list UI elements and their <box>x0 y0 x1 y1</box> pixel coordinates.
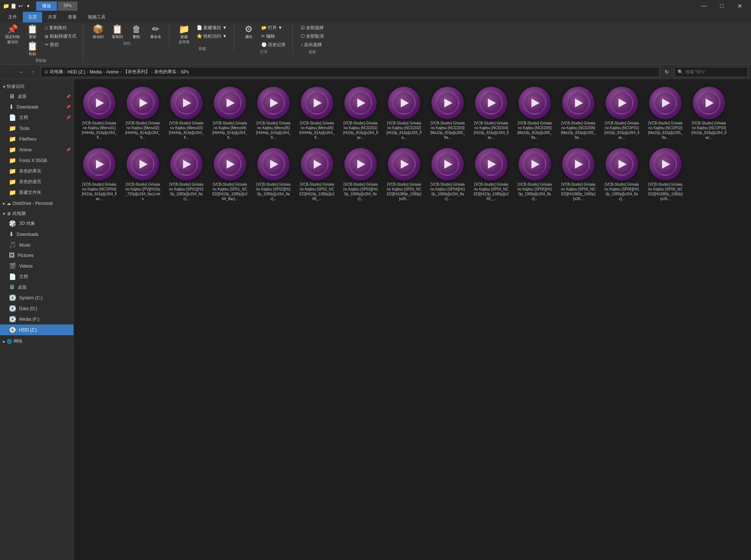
file-item[interactable]: [VCB-Studio] Grisaia no Kajitsu [SP04_NC… <box>471 145 511 204</box>
ribbon-tab-home[interactable]: 主页 <box>23 12 42 23</box>
file-item[interactable]: [VCB-Studio] Grisaia no Kajitsu [SP06_NC… <box>645 145 686 204</box>
quick-access-icon[interactable]: 📋 <box>10 3 16 9</box>
paste-button[interactable]: 📋 粘贴 <box>24 41 41 57</box>
video-thumbnail <box>214 148 246 181</box>
sidebar-item-pc-docs[interactable]: 📄 文档 <box>0 271 73 282</box>
file-item[interactable]: [VCB-Studio] Grisaia no Kajitsu [SP03_NC… <box>384 145 424 204</box>
undo-icon[interactable]: ↩ <box>18 3 24 9</box>
open-button[interactable]: 📂 打开 ▼ <box>259 24 288 32</box>
file-item[interactable]: [VCB-Studio] Grisaia no Kajitsu [Menu01]… <box>79 84 120 142</box>
sidebar-item-filerecv[interactable]: 📁 FileRecv <box>0 134 73 144</box>
file-item[interactable]: [VCB-Studio] Grisaia no Kajitsu [NCED03]… <box>427 84 468 142</box>
file-item[interactable]: [VCB-Studio] Grisaia no Kajitsu [SP05][H… <box>514 145 555 204</box>
file-item[interactable]: [VCB-Studio] Grisaia no Kajitsu [SP05_NC… <box>558 145 599 204</box>
easy-access-button[interactable]: ⭐ 轻松访问 ▼ <box>194 32 229 40</box>
history-button[interactable]: 🕐 历史记录 <box>259 41 288 49</box>
sidebar-item-docs[interactable]: 📄 文档 📌 <box>0 112 73 123</box>
sidebar-item-hdd-z[interactable]: 💽 HDD (Z:) <box>0 324 73 335</box>
forward-button[interactable]: → <box>15 67 26 77</box>
sidebar-item-grisaia-maze[interactable]: 📁 灰色的迷宫 <box>0 176 73 187</box>
tab-play[interactable]: 播放 <box>36 1 57 11</box>
sidebar-item-fonts[interactable]: 📁 Fonts X 55GB <box>0 155 73 166</box>
file-item[interactable]: [VCB-Studio] Grisaia no Kajitsu [Menu03]… <box>166 84 207 142</box>
breadcrumb-anime[interactable]: Anime <box>106 69 119 75</box>
copy-path-button[interactable]: □复制路径 <box>43 24 79 32</box>
file-item[interactable]: [VCB-Studio] Grisaia no Kajitsu [NCOP03]… <box>689 84 729 142</box>
file-item[interactable]: [VCB-Studio] Grisaia no Kajitsu [Menu02]… <box>123 84 163 142</box>
file-item[interactable]: [VCB-Studio] Grisaia no Kajitsu [NCED05]… <box>514 84 555 142</box>
ribbon-tab-share[interactable]: 共享 <box>43 12 62 23</box>
sidebar-onedrive-header[interactable]: ▸ ☁ OneDrive - Personal <box>0 199 73 207</box>
properties-button[interactable]: ⚙ 属性 <box>240 24 258 49</box>
file-item[interactable]: [VCB-Studio] Grisaia no Kajitsu [NCOP02]… <box>645 84 686 142</box>
file-item[interactable]: [VCB-Studio] Grisaia no Kajitsu [NCED02]… <box>384 84 424 142</box>
sidebar-item-pc-downloads[interactable]: ⬇ Downloads <box>0 229 73 240</box>
select-none-button[interactable]: ☐ 全部取消 <box>299 32 326 40</box>
cut-button[interactable]: ✂ 剪切 <box>43 41 79 49</box>
copy-to-button[interactable]: 📋 复制到 <box>108 24 126 40</box>
ribbon-tab-view[interactable]: 查看 <box>63 12 82 23</box>
file-item[interactable]: [VCB-Studio] Grisaia no Kajitsu [SP03][H… <box>340 145 381 204</box>
file-item[interactable]: [VCB-Studio] Grisaia no Kajitsu [NCOP04]… <box>79 145 120 204</box>
file-item[interactable]: [VCB-Studio] Grisaia no Kajitsu [SP01][H… <box>166 145 207 204</box>
minimize-button[interactable]: — <box>696 1 713 11</box>
sidebar-item-3d[interactable]: 🎲 3D 对象 <box>0 218 73 229</box>
sidebar-item-anime[interactable]: 📁 Anime 📌 <box>0 144 73 155</box>
ribbon-tab-file[interactable]: 文件 <box>3 12 22 23</box>
sidebar-item-system-c[interactable]: 💽 System (C:) <box>0 292 73 303</box>
sidebar-thispc-header[interactable]: ▾ 🖥 此电脑 <box>0 209 73 218</box>
sidebar-item-data-d[interactable]: 💽 Data (D:) <box>0 303 73 314</box>
close-button[interactable]: ✕ <box>731 1 748 11</box>
new-folder-button[interactable]: 📁 新建文件夹 <box>175 24 193 45</box>
file-item[interactable]: [VCB-Studio] Grisaia no Kajitsu [NCED06]… <box>558 84 599 142</box>
copy-button[interactable]: 📋 复制 <box>24 24 41 40</box>
sidebar-item-desktop[interactable]: 🖥 桌面 📌 <box>0 91 73 102</box>
breadcrumb-series[interactable]: 【灰色系列】 <box>123 69 150 75</box>
paste-shortcut-button[interactable]: ⧉粘贴快捷方式 <box>43 32 79 40</box>
up-button[interactable]: ↑ <box>28 67 38 77</box>
file-item[interactable]: [VCB-Studio] Grisaia no Kajitsu [SP01_NC… <box>210 145 250 204</box>
file-item[interactable]: [VCB-Studio] Grisaia no Kajitsu [Menu06]… <box>297 84 337 142</box>
search-input[interactable] <box>685 69 737 75</box>
file-item[interactable]: [VCB-Studio] Grisaia no Kajitsu [PV][Hi1… <box>123 145 163 204</box>
breadcrumb-thispc[interactable]: 此电脑 <box>50 69 63 75</box>
file-item[interactable]: [VCB-Studio] Grisaia no Kajitsu [SP04][H… <box>427 145 468 204</box>
sidebar-item-downloads[interactable]: ⬇ Downloads 📌 <box>0 102 73 112</box>
file-item[interactable]: [VCB-Studio] Grisaia no Kajitsu [NCED01]… <box>340 84 381 142</box>
chevron-down-icon[interactable]: ▾ <box>25 3 31 9</box>
back-button[interactable]: ← <box>3 67 13 77</box>
file-item[interactable]: [VCB-Studio] Grisaia no Kajitsu [NCED04]… <box>471 84 511 142</box>
refresh-button[interactable]: ↻ <box>662 67 672 77</box>
breadcrumb-media[interactable]: Media <box>90 69 102 75</box>
new-item-button[interactable]: 📄 新建项目 ▼ <box>194 24 229 32</box>
rename-button[interactable]: ✏ 重命名 <box>147 24 165 40</box>
sidebar-item-music[interactable]: 🎵 Music <box>0 240 73 250</box>
select-all-button[interactable]: ☑ 全部选择 <box>299 24 326 32</box>
maximize-button[interactable]: □ <box>713 1 730 11</box>
sidebar-item-pictures[interactable]: 🖼 Pictures <box>0 250 73 261</box>
breadcrumb-sps[interactable]: SPs <box>181 69 189 75</box>
sidebar-item-new-folder[interactable]: 📁 新建文件夹 <box>0 187 73 198</box>
breadcrumb-hdd[interactable]: HDD (Z:) <box>68 69 85 75</box>
edit-button[interactable]: ✏ 编辑 <box>259 32 288 40</box>
file-item[interactable]: [VCB-Studio] Grisaia no Kajitsu [NCOP01]… <box>602 84 642 142</box>
pin-to-quick-access-button[interactable]: 📌 固定到快速访问 <box>3 24 22 57</box>
file-item[interactable]: [VCB-Studio] Grisaia no Kajitsu [SP06][H… <box>602 145 642 204</box>
file-item[interactable]: [VCB-Studio] Grisaia no Kajitsu [Menu04]… <box>210 84 250 142</box>
delete-button[interactable]: 🗑 删除 <box>128 24 145 40</box>
ribbon-tab-video[interactable]: 视频工具 <box>83 12 111 23</box>
sidebar-quick-access-header[interactable]: ▾ 快速访问 <box>0 82 73 91</box>
file-item[interactable]: [VCB-Studio] Grisaia no Kajitsu [Menu05]… <box>253 84 294 142</box>
tab-sps[interactable]: SPs <box>58 1 77 11</box>
sidebar-item-pc-desktop[interactable]: 🖥 桌面 <box>0 282 73 292</box>
invert-selection-button[interactable]: ↕ 反向选择 <box>299 41 326 49</box>
sidebar-item-media-f[interactable]: 💽 Media (F:) <box>0 314 73 324</box>
sidebar-item-videos[interactable]: 🎬 Videos <box>0 261 73 271</box>
sidebar-item-tools[interactable]: 📁 Tools <box>0 123 73 134</box>
breadcrumb-grisaia[interactable]: 灰色的果实 <box>154 69 176 75</box>
move-to-button[interactable]: 📦 移动到 <box>89 24 107 40</box>
sidebar-network-header[interactable]: ▸ 🌐 网络 <box>0 337 73 346</box>
sidebar-item-grisaia[interactable]: 📁 灰色的果实 <box>0 166 73 176</box>
file-item[interactable]: [VCB-Studio] Grisaia no Kajitsu [SP02][H… <box>253 145 294 204</box>
file-item[interactable]: [VCB-Studio] Grisaia no Kajitsu [SP02_NC… <box>297 145 337 204</box>
